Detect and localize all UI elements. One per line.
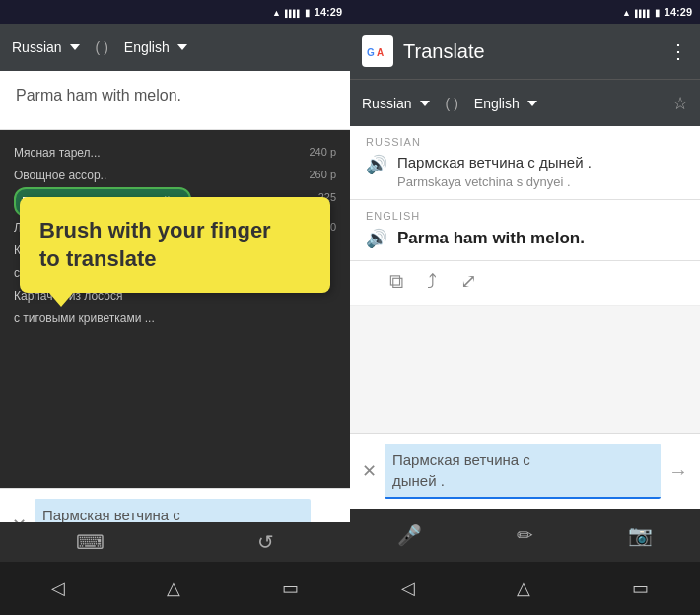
left-tooltip-arrow bbox=[49, 293, 73, 307]
left-camera-view: Мясная тарел... 240 р Овощное ассор.. 26… bbox=[0, 130, 350, 509]
right-back-icon[interactable]: ◁ bbox=[401, 578, 415, 599]
right-russian-label: RUSSIAN bbox=[366, 136, 684, 148]
right-more-icon[interactable]: ⋮ bbox=[668, 39, 688, 63]
left-swap-icon[interactable]: ( ) bbox=[96, 39, 108, 55]
right-russian-section: RUSSIAN 🔊 Пармская ветчина с дыней . Par… bbox=[350, 126, 700, 200]
right-russian-row: 🔊 Пармская ветчина с дыней . Parmskaya v… bbox=[366, 152, 684, 189]
right-panel: 14:29 G A Translate ⋮ Russian ( ) Englis… bbox=[350, 0, 700, 615]
left-translation-output: Parma ham with melon. bbox=[0, 71, 350, 130]
right-input-line2: дыней . bbox=[392, 472, 445, 489]
right-home-icon[interactable]: △ bbox=[517, 578, 530, 599]
left-tooltip-text: Brush with your fingerto translate bbox=[39, 218, 271, 271]
right-russian-speaker-icon[interactable]: 🔊 bbox=[366, 154, 387, 175]
right-copy-icon[interactable]: ⧉ bbox=[389, 270, 403, 293]
svg-text:G: G bbox=[367, 47, 375, 58]
right-english-text-block: Parma ham with melon. bbox=[397, 226, 684, 251]
left-target-dropdown-icon[interactable] bbox=[177, 44, 187, 50]
right-signal-icon bbox=[635, 7, 651, 18]
right-source-dropdown-icon[interactable] bbox=[420, 101, 430, 106]
menu-item-8: с тиговыми криветками ... bbox=[14, 308, 336, 330]
right-wifi-icon bbox=[622, 7, 631, 18]
right-camera-icon[interactable]: 📷 bbox=[628, 523, 653, 547]
right-english-section: ENGLISH 🔊 Parma ham with melon. bbox=[350, 200, 700, 262]
left-signal-icon bbox=[285, 7, 301, 18]
right-nav-bar: ◁ △ ▭ bbox=[350, 562, 700, 615]
right-recent-icon[interactable]: ▭ bbox=[632, 578, 649, 599]
left-source-dropdown-icon[interactable] bbox=[70, 44, 80, 50]
right-expand-icon[interactable]: ⤢ bbox=[460, 269, 477, 293]
right-app-title: Translate bbox=[403, 40, 659, 63]
svg-text:A: A bbox=[377, 47, 384, 58]
right-english-main-text: Parma ham with melon. bbox=[397, 226, 684, 251]
left-tooltip: Brush with your fingerto translate bbox=[20, 197, 330, 293]
left-battery-icon bbox=[305, 7, 311, 18]
right-star-icon[interactable]: ☆ bbox=[672, 93, 688, 114]
right-russian-text-block: Пармская ветчина с дыней . Parmskaya vet… bbox=[397, 152, 684, 189]
left-recent-icon[interactable]: ▭ bbox=[282, 578, 299, 599]
right-input-area[interactable]: ✕ Пармская ветчина с дыней . → bbox=[350, 433, 700, 509]
right-battery-icon bbox=[655, 7, 661, 18]
right-russian-sub-text: Parmskaya vetchina s dynyei . bbox=[397, 174, 684, 189]
left-output-text: Parma ham with melon. bbox=[16, 87, 181, 103]
right-input-line1: Пармская ветчина с bbox=[392, 451, 530, 468]
menu-item-2: Овощное ассор.. 260 р bbox=[14, 165, 336, 187]
left-keyboard-icon[interactable]: ⌨ bbox=[76, 530, 105, 554]
right-mic-icon[interactable]: 🎤 bbox=[397, 523, 422, 547]
right-pencil-icon[interactable]: ✏ bbox=[517, 523, 533, 547]
right-target-lang[interactable]: English bbox=[474, 96, 520, 111]
right-input-text[interactable]: Пармская ветчина с дыней . bbox=[385, 444, 661, 499]
left-status-time: 14:29 bbox=[315, 6, 342, 18]
right-status-bar: 14:29 bbox=[350, 0, 700, 24]
left-wifi-icon bbox=[272, 7, 281, 18]
right-bottom-toolbar: 🎤 ✏ 📷 bbox=[350, 509, 700, 562]
right-swap-icon[interactable]: ( ) bbox=[446, 96, 458, 111]
left-input-line1: Пармская ветчина с bbox=[42, 507, 180, 523]
right-english-row: 🔊 Parma ham with melon. bbox=[366, 226, 684, 251]
left-refresh-icon[interactable]: ↺ bbox=[257, 530, 274, 554]
right-source-lang[interactable]: Russian bbox=[362, 96, 412, 111]
left-status-bar: 14:29 bbox=[0, 0, 350, 24]
right-english-speaker-icon[interactable]: 🔊 bbox=[366, 228, 387, 249]
left-home-icon[interactable]: △ bbox=[167, 578, 180, 599]
left-bottom-toolbar: ⌨ ↺ bbox=[0, 522, 350, 562]
right-spacer bbox=[350, 306, 700, 433]
right-close-icon[interactable]: ✕ bbox=[362, 460, 377, 482]
right-result-actions: ⧉ ⤴ ⤢ bbox=[350, 261, 700, 306]
left-back-icon[interactable]: ◁ bbox=[51, 578, 65, 599]
right-send-icon[interactable]: → bbox=[668, 460, 688, 483]
left-target-lang[interactable]: English bbox=[124, 39, 170, 55]
right-app-header: G A Translate ⋮ bbox=[350, 24, 700, 79]
right-share-icon[interactable]: ⤴ bbox=[427, 270, 437, 293]
right-lang-bar[interactable]: Russian ( ) English ☆ bbox=[350, 79, 700, 126]
right-status-time: 14:29 bbox=[665, 6, 692, 18]
right-english-label: ENGLISH bbox=[366, 210, 684, 222]
right-russian-main-text: Пармская ветчина с дыней . bbox=[397, 152, 684, 174]
right-target-dropdown-icon[interactable] bbox=[527, 101, 537, 106]
left-lang-bar[interactable]: Russian ( ) English bbox=[0, 24, 350, 71]
left-nav-bar: ◁ △ ▭ bbox=[0, 562, 350, 615]
left-source-lang[interactable]: Russian bbox=[12, 39, 62, 55]
left-panel: 14:29 Russian ( ) English Parma ham with… bbox=[0, 0, 350, 615]
menu-item-1: Мясная тарел... 240 р bbox=[14, 142, 336, 165]
right-app-logo: G A bbox=[362, 35, 393, 67]
